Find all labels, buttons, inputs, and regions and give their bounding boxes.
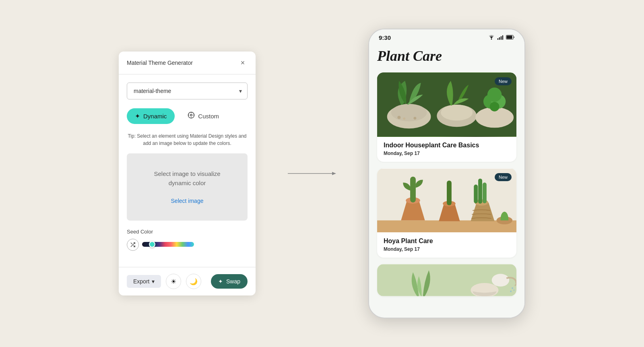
tip-text: Tip: Select an element using Material De… bbox=[127, 132, 248, 147]
card-2-image: New bbox=[377, 168, 516, 233]
svg-point-13 bbox=[391, 104, 427, 121]
svg-point-23 bbox=[490, 102, 500, 112]
panel-title: Material Theme Generator bbox=[127, 60, 193, 66]
main-container: Material Theme Generator × material-them… bbox=[0, 12, 644, 335]
phone-mockup: 9:30 bbox=[368, 29, 525, 318]
export-button[interactable]: Export ▾ bbox=[127, 275, 161, 288]
svg-point-38 bbox=[492, 274, 509, 287]
custom-label: Custom bbox=[198, 113, 219, 120]
battery-icon bbox=[506, 35, 515, 41]
card-3-image bbox=[377, 264, 516, 296]
dropdown-container: material-theme ▾ bbox=[127, 83, 248, 99]
placeholder-text: Select image to visualize dynamic color bbox=[135, 169, 239, 188]
seed-color-label: Seed Color bbox=[127, 229, 248, 235]
svg-point-14 bbox=[397, 116, 400, 119]
svg-rect-7 bbox=[501, 36, 502, 40]
card-2-title: Hoya Plant Care bbox=[384, 238, 510, 245]
color-slider-wrapper bbox=[142, 241, 248, 248]
svg-rect-30 bbox=[447, 181, 452, 205]
svg-rect-32 bbox=[478, 179, 482, 204]
card-3 bbox=[377, 264, 516, 296]
svg-marker-3 bbox=[332, 172, 336, 175]
dynamic-label: Dynamic bbox=[143, 113, 167, 120]
svg-point-41 bbox=[510, 291, 512, 292]
svg-point-40 bbox=[514, 289, 515, 291]
seed-color-section: Seed Color bbox=[127, 229, 248, 251]
panel-header: Material Theme Generator × bbox=[119, 52, 256, 74]
arrow-connector bbox=[288, 169, 336, 178]
svg-point-4 bbox=[491, 38, 492, 39]
card-1-image: New bbox=[377, 72, 516, 137]
card-1-title: Indoor Houseplant Care Basics bbox=[384, 142, 510, 149]
sparkle-icon: ✦ bbox=[135, 112, 140, 120]
svg-rect-10 bbox=[507, 35, 512, 39]
slider-container bbox=[127, 239, 248, 251]
card-2-badge: New bbox=[495, 173, 512, 181]
panel-body: material-theme ▾ ✦ Dynamic bbox=[119, 74, 256, 267]
light-mode-button[interactable]: ☀ bbox=[166, 274, 181, 289]
card-2: New Hoya Plant Care Monday, Sep 17 bbox=[377, 168, 516, 258]
panel-footer: Export ▾ ☀ 🌙 ✦ Swap bbox=[119, 267, 256, 295]
dropdown-wrapper: material-theme ▾ bbox=[127, 83, 248, 99]
image-drop-area: Select image to visualize dynamic color … bbox=[127, 153, 248, 221]
dynamic-button[interactable]: ✦ Dynamic bbox=[127, 108, 175, 124]
sun-icon: ☀ bbox=[171, 278, 176, 285]
svg-point-18 bbox=[441, 105, 473, 121]
svg-rect-26 bbox=[377, 220, 516, 232]
theme-dropdown[interactable]: material-theme bbox=[127, 83, 248, 99]
svg-rect-34 bbox=[474, 184, 478, 203]
svg-rect-6 bbox=[499, 37, 500, 39]
swap-label: Swap bbox=[226, 278, 240, 285]
close-button[interactable]: × bbox=[238, 58, 248, 68]
select-image-label: Select image bbox=[171, 198, 204, 204]
card-2-date: Monday, Sep 17 bbox=[384, 246, 510, 252]
app-title: Plant Care bbox=[377, 48, 516, 64]
wifi-icon bbox=[488, 35, 495, 41]
svg-point-15 bbox=[403, 118, 405, 120]
card-1: New Indoor Houseplant Care Basics Monday… bbox=[377, 72, 516, 162]
export-label: Export bbox=[133, 278, 149, 285]
placeholder-line1: Select image to visualize bbox=[154, 170, 220, 177]
svg-point-22 bbox=[487, 87, 502, 102]
svg-point-16 bbox=[413, 117, 416, 120]
shuffle-icon[interactable] bbox=[127, 239, 139, 251]
svg-point-1 bbox=[190, 114, 192, 116]
select-image-button[interactable]: Select image bbox=[171, 198, 204, 204]
card-1-badge: New bbox=[495, 77, 512, 85]
mode-toggle-group: ✦ Dynamic Custom bbox=[127, 107, 248, 124]
status-icons bbox=[488, 35, 515, 41]
theme-generator-panel: Material Theme Generator × material-them… bbox=[119, 52, 256, 295]
svg-rect-8 bbox=[502, 35, 503, 39]
card-1-info: Indoor Houseplant Care Basics Monday, Se… bbox=[377, 137, 516, 162]
card-2-info: Hoya Plant Care Monday, Sep 17 bbox=[377, 233, 516, 258]
swap-button[interactable]: ✦ Swap bbox=[211, 274, 248, 289]
seed-color-slider[interactable] bbox=[142, 242, 194, 247]
close-icon: × bbox=[241, 59, 245, 67]
export-dropdown-icon: ▾ bbox=[152, 278, 155, 285]
svg-rect-5 bbox=[497, 38, 498, 39]
moon-icon: 🌙 bbox=[190, 278, 198, 285]
placeholder-line2: dynamic color bbox=[169, 180, 206, 186]
status-time: 9:30 bbox=[379, 34, 391, 41]
status-bar: 9:30 bbox=[369, 29, 524, 43]
svg-point-39 bbox=[512, 287, 513, 289]
custom-button[interactable]: Custom bbox=[180, 107, 227, 124]
svg-rect-28 bbox=[410, 177, 416, 202]
phone-app-content: Plant Care bbox=[369, 43, 524, 311]
card-1-date: Monday, Sep 17 bbox=[384, 151, 510, 156]
dark-mode-button[interactable]: 🌙 bbox=[186, 274, 201, 289]
swap-sparkle-icon: ✦ bbox=[218, 278, 223, 285]
palette-icon bbox=[188, 112, 195, 120]
svg-rect-33 bbox=[483, 183, 487, 203]
signal-icon bbox=[497, 35, 504, 41]
